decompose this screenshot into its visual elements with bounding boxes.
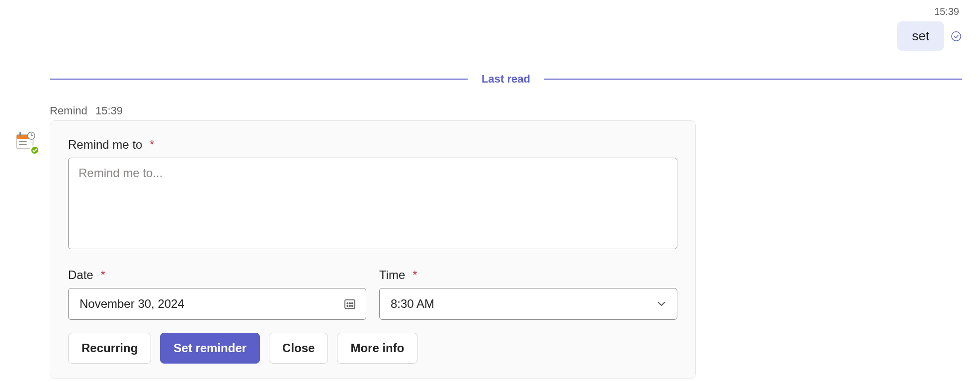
seen-check-icon: [950, 30, 962, 42]
divider-line-right: [544, 79, 962, 80]
required-asterisk: *: [100, 268, 105, 282]
date-field-label: Date *: [68, 268, 366, 282]
divider-line-left: [50, 79, 468, 80]
close-button[interactable]: Close: [269, 333, 328, 364]
remind-field-label: Remind me to *: [68, 138, 677, 152]
outgoing-line: set: [0, 21, 962, 51]
svg-point-15: [349, 305, 350, 306]
last-read-divider: Last read: [50, 73, 962, 86]
svg-point-12: [349, 303, 350, 304]
bot-timestamp: 15:39: [95, 104, 123, 117]
date-time-row: Date * November 30, 2024: [68, 268, 677, 320]
set-reminder-button[interactable]: Set reminder: [160, 333, 260, 364]
outgoing-message-group: 15:39 set: [0, 6, 962, 51]
bot-message-row: Remind me to * Date * November 30, 2024: [14, 120, 980, 379]
bot-avatar[interactable]: [14, 129, 38, 153]
svg-point-11: [347, 303, 348, 304]
date-value: November 30, 2024: [80, 297, 184, 311]
presence-available-icon: [30, 145, 40, 155]
remind-label-text: Remind me to: [68, 138, 142, 151]
time-label-text: Time: [379, 268, 405, 282]
time-field-label: Time *: [379, 268, 677, 282]
svg-rect-3: [19, 132, 21, 137]
date-column: Date * November 30, 2024: [68, 268, 366, 320]
bot-name: Remind: [50, 104, 87, 117]
button-row: Recurring Set reminder Close More info: [68, 333, 677, 364]
time-column: Time * 8:30 AM: [379, 268, 677, 320]
date-label-text: Date: [68, 268, 93, 282]
svg-point-13: [352, 303, 353, 304]
required-asterisk: *: [412, 268, 417, 282]
required-asterisk: *: [150, 138, 154, 151]
chat-canvas: 15:39 set Last read Remind 15:39: [0, 0, 980, 381]
svg-point-0: [952, 31, 961, 40]
recurring-button[interactable]: Recurring: [68, 333, 151, 364]
svg-point-14: [347, 305, 348, 306]
outgoing-timestamp: 15:39: [0, 6, 962, 17]
calendar-icon: [343, 297, 357, 311]
more-info-button[interactable]: More info: [337, 333, 417, 364]
date-picker[interactable]: November 30, 2024: [68, 288, 366, 320]
last-read-label: Last read: [482, 73, 530, 86]
time-value: 8:30 AM: [391, 297, 434, 311]
svg-point-16: [352, 305, 353, 306]
outgoing-message-bubble[interactable]: set: [897, 21, 944, 51]
time-select[interactable]: 8:30 AM: [379, 288, 677, 320]
remind-textarea[interactable]: [68, 158, 677, 249]
bot-message-header: Remind 15:39: [50, 104, 980, 117]
reminder-card: Remind me to * Date * November 30, 2024: [50, 120, 696, 379]
chevron-down-icon: [655, 297, 668, 310]
